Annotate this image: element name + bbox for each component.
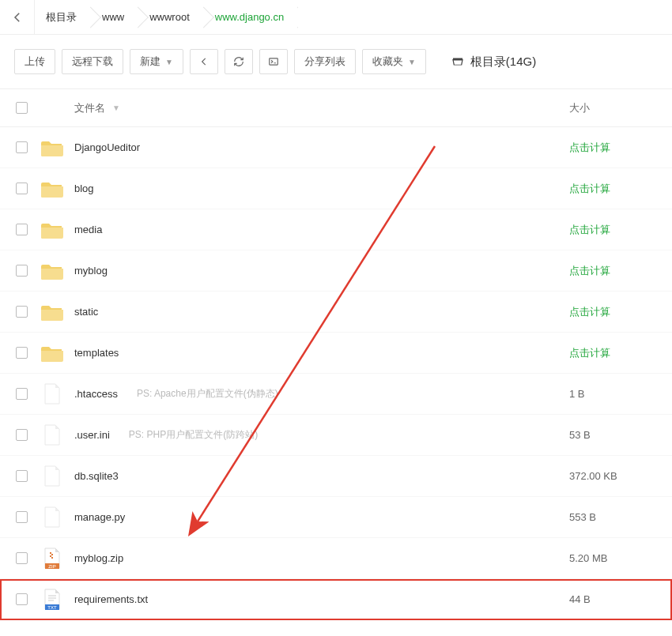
- file-name[interactable]: .user.ini: [74, 429, 110, 441]
- file-icon: [41, 466, 63, 487]
- terminal-button[interactable]: [259, 49, 288, 74]
- svg-text:TXT: TXT: [47, 605, 57, 610]
- file-name[interactable]: myblog.zip: [74, 552, 123, 564]
- file-name[interactable]: .htaccess: [74, 388, 118, 400]
- folder-icon: [41, 302, 63, 322]
- table-row[interactable]: DjangoUeditor点击计算: [0, 127, 672, 168]
- row-checkbox[interactable]: [16, 347, 28, 359]
- breadcrumb-item[interactable]: 根目录: [35, 0, 91, 34]
- file-name[interactable]: templates: [74, 347, 119, 359]
- file-hint: PS: PHP用户配置文件(防跨站): [129, 428, 258, 442]
- breadcrumb-item[interactable]: wwwroot: [138, 0, 204, 34]
- zip-icon: ZIP: [41, 548, 63, 569]
- compute-size-link[interactable]: 点击计算: [569, 183, 610, 194]
- toolbar: 上传 远程下载 新建▼ 分享列表 收藏夹▼ 根目录(14G): [0, 35, 672, 89]
- row-checkbox[interactable]: [16, 511, 28, 523]
- compute-size-link[interactable]: 点击计算: [569, 265, 610, 277]
- row-checkbox[interactable]: [16, 470, 28, 482]
- root-text: 根目录(14G): [470, 55, 536, 70]
- txt-icon: TXT: [41, 589, 63, 610]
- file-size: 372.00 KB: [569, 470, 617, 482]
- folder-icon: [41, 137, 63, 158]
- table-row[interactable]: db.sqlite3372.00 KB: [0, 456, 672, 497]
- file-name[interactable]: media: [74, 224, 102, 235]
- favorites-button[interactable]: 收藏夹▼: [362, 49, 426, 74]
- file-icon: [41, 384, 63, 405]
- table-row[interactable]: templates点击计算: [0, 333, 672, 374]
- refresh-button[interactable]: [225, 49, 253, 74]
- table-header: 文件名 ▼ 大小: [0, 89, 672, 127]
- compute-size-link[interactable]: 点击计算: [569, 306, 610, 318]
- table-row[interactable]: media点击计算: [0, 209, 672, 250]
- file-name[interactable]: myblog: [74, 265, 108, 277]
- fav-label: 收藏夹: [372, 55, 403, 69]
- row-checkbox[interactable]: [16, 429, 28, 441]
- folder-icon: [41, 261, 63, 281]
- share-list-button[interactable]: 分享列表: [294, 49, 356, 74]
- table-row[interactable]: .user.iniPS: PHP用户配置文件(防跨站)53 B: [0, 415, 672, 456]
- file-table: 文件名 ▼ 大小 DjangoUeditor点击计算blog点击计算media点…: [0, 89, 672, 620]
- file-name[interactable]: blog: [74, 183, 94, 194]
- upload-button[interactable]: 上传: [14, 49, 55, 74]
- row-checkbox[interactable]: [16, 306, 28, 318]
- row-checkbox[interactable]: [16, 141, 28, 153]
- remote-label: 远程下载: [72, 55, 113, 69]
- row-checkbox[interactable]: [16, 183, 28, 194]
- file-size: 1 B: [569, 388, 585, 400]
- table-row[interactable]: .htaccessPS: Apache用户配置文件(伪静态)1 B: [0, 374, 672, 415]
- svg-rect-0: [270, 58, 278, 65]
- column-header-name[interactable]: 文件名 ▼: [74, 101, 569, 115]
- row-checkbox[interactable]: [16, 224, 28, 235]
- breadcrumb-item[interactable]: www: [91, 0, 138, 34]
- table-row[interactable]: static点击计算: [0, 292, 672, 333]
- file-name[interactable]: manage.py: [74, 511, 125, 523]
- table-row[interactable]: TXTrequirements.txt44 B: [0, 579, 672, 620]
- remote-download-button[interactable]: 远程下载: [62, 49, 123, 74]
- file-name[interactable]: db.sqlite3: [74, 470, 119, 482]
- file-size: 5.20 MB: [569, 552, 607, 564]
- compute-size-link[interactable]: 点击计算: [569, 347, 610, 359]
- breadcrumb: 根目录wwwwwwrootwww.django.cn: [0, 0, 672, 35]
- nav-back-button[interactable]: [190, 49, 218, 74]
- row-checkbox[interactable]: [16, 265, 28, 277]
- file-size: 44 B: [569, 593, 591, 605]
- col-size-label: 大小: [569, 102, 590, 114]
- sort-caret-icon: ▼: [112, 103, 120, 112]
- file-hint: PS: Apache用户配置文件(伪静态): [137, 387, 278, 401]
- folder-icon: [41, 220, 63, 240]
- file-size: 553 B: [569, 511, 596, 523]
- file-name[interactable]: DjangoUeditor: [74, 141, 140, 153]
- new-label: 新建: [140, 55, 160, 69]
- file-size: 53 B: [569, 429, 591, 441]
- svg-text:ZIP: ZIP: [48, 564, 55, 569]
- caret-down-icon: ▼: [408, 58, 416, 66]
- upload-label: 上传: [25, 55, 45, 69]
- file-name[interactable]: static: [74, 306, 98, 318]
- compute-size-link[interactable]: 点击计算: [569, 141, 610, 153]
- table-row[interactable]: myblog点击计算: [0, 250, 672, 292]
- table-row[interactable]: manage.py553 B: [0, 497, 672, 538]
- column-header-size[interactable]: 大小: [569, 101, 656, 115]
- select-all-checkbox[interactable]: [16, 102, 28, 114]
- row-checkbox[interactable]: [16, 552, 28, 564]
- file-icon: [41, 507, 63, 528]
- row-checkbox[interactable]: [16, 388, 28, 400]
- row-checkbox[interactable]: [16, 593, 28, 605]
- folder-icon: [41, 179, 63, 199]
- breadcrumb-item[interactable]: www.django.cn: [204, 0, 298, 34]
- disk-icon: [450, 55, 466, 69]
- folder-icon: [41, 343, 63, 363]
- root-label: 根目录(14G): [450, 55, 536, 70]
- table-row[interactable]: blog点击计算: [0, 168, 672, 209]
- new-button[interactable]: 新建▼: [130, 49, 183, 74]
- compute-size-link[interactable]: 点击计算: [569, 224, 610, 235]
- table-row[interactable]: ZIPmyblog.zip5.20 MB: [0, 538, 672, 579]
- caret-down-icon: ▼: [165, 58, 173, 66]
- col-name-label: 文件名: [74, 101, 105, 115]
- back-button[interactable]: [0, 0, 35, 34]
- share-label: 分享列表: [304, 55, 345, 69]
- file-name[interactable]: requirements.txt: [74, 593, 148, 605]
- file-icon: [41, 425, 63, 446]
